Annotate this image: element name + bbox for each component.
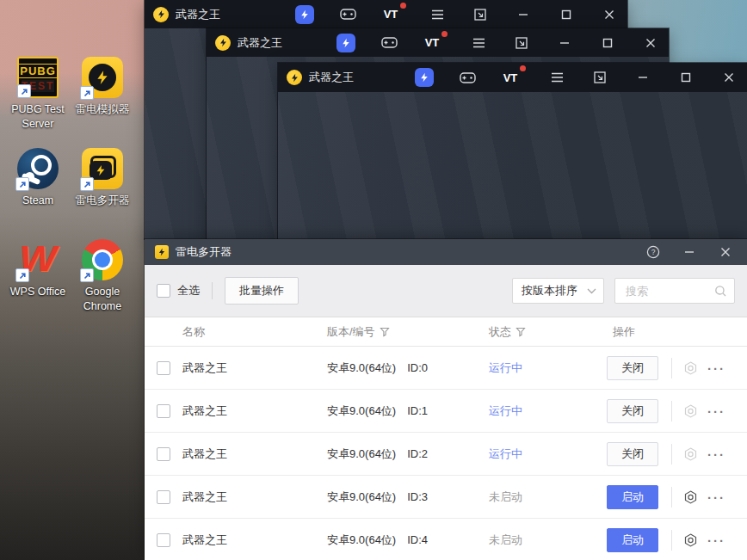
status-badge: 未启动 <box>489 532 522 548</box>
minimize-button[interactable] <box>633 68 652 87</box>
dock-window-icon[interactable] <box>471 5 490 24</box>
row-checkbox[interactable] <box>157 447 170 461</box>
svg-text:?: ? <box>651 248 656 256</box>
desktop-icon-ld-multi[interactable]: 雷电多开器 <box>69 148 136 208</box>
ldplayer-logo-icon <box>215 35 231 51</box>
batch-operations-button[interactable]: 批量操作 <box>225 277 299 305</box>
close-button[interactable] <box>719 68 738 87</box>
instance-name: 武器之王 <box>182 403 227 419</box>
notification-dot <box>441 31 448 37</box>
ldplayer-logo-icon <box>153 7 169 22</box>
shortcut-arrow-icon <box>80 268 94 282</box>
desktop-icon-pubg-test[interactable]: PUBG TEST PUBG Test Server <box>4 57 71 132</box>
header-actions: 操作 <box>613 324 635 340</box>
start-instance-button[interactable]: 启动 <box>607 485 658 509</box>
more-options-button[interactable]: ··· <box>707 360 725 375</box>
header-version[interactable]: 版本/编号 <box>327 324 390 340</box>
dock-window-icon[interactable] <box>512 34 531 52</box>
settings-gear-icon[interactable] <box>683 446 698 461</box>
icon-label: WPS Office <box>4 285 71 299</box>
instance-table: 名称 版本/编号 状态 操作 武器之王 安卓9.0(64位)ID:0 运行中 关… <box>145 317 747 560</box>
close-button[interactable] <box>714 241 737 263</box>
search-input[interactable] <box>624 284 714 298</box>
desktop-icon-ldplayer[interactable]: 雷电模拟器 <box>69 57 136 117</box>
titlebar[interactable]: 武器之王 VT <box>145 0 627 28</box>
table-header: 名称 版本/编号 状态 操作 <box>145 317 747 347</box>
select-all-checkbox[interactable] <box>157 284 170 298</box>
header-status[interactable]: 状态 <box>489 324 526 340</box>
settings-gear-icon[interactable] <box>683 360 698 375</box>
status-badge: 运行中 <box>489 446 522 462</box>
settings-gear-icon[interactable] <box>683 489 698 504</box>
instance-version: 安卓9.0(64位)ID:4 <box>327 532 428 548</box>
boost-icon[interactable] <box>415 68 434 87</box>
instance-version: 安卓9.0(64位)ID:1 <box>327 403 428 419</box>
boost-icon[interactable] <box>295 5 314 24</box>
close-instance-button[interactable]: 关闭 <box>607 356 658 380</box>
search-box[interactable] <box>614 278 735 304</box>
settings-gear-icon[interactable] <box>683 532 698 547</box>
boost-icon[interactable] <box>336 34 355 52</box>
multi-instance-manager-window: 雷电多开器 ? 全选 批量操作 按版本排序 名称 版本/编号 <box>145 239 747 560</box>
sort-dropdown[interactable]: 按版本排序 <box>512 278 604 304</box>
more-options-button[interactable]: ··· <box>707 446 725 461</box>
table-row: 武器之王 安卓9.0(64位)ID:0 运行中 关闭 ··· <box>145 347 747 390</box>
chrome-icon <box>82 239 123 280</box>
titlebar[interactable]: 武器之王 VT <box>278 63 747 92</box>
more-options-button[interactable]: ··· <box>707 489 725 504</box>
maximize-button[interactable] <box>598 34 617 52</box>
menu-icon[interactable] <box>469 34 488 52</box>
window-title: 武器之王 <box>309 70 354 85</box>
ldplayer-icon <box>82 57 123 98</box>
row-checkbox[interactable] <box>157 404 170 418</box>
help-icon[interactable]: ? <box>642 241 664 263</box>
close-instance-button[interactable]: 关闭 <box>607 399 658 423</box>
gamepad-icon[interactable] <box>380 34 398 52</box>
vt-button[interactable]: VT <box>423 34 445 52</box>
row-checkbox[interactable] <box>157 490 170 504</box>
row-checkbox[interactable] <box>157 361 170 375</box>
shortcut-arrow-icon <box>15 268 29 282</box>
start-instance-button[interactable]: 启动 <box>607 528 658 552</box>
gamepad-icon[interactable] <box>338 5 357 24</box>
filter-icon[interactable] <box>380 327 390 337</box>
row-checkbox[interactable] <box>157 533 170 547</box>
vt-button[interactable]: VT <box>501 68 523 87</box>
notification-dot <box>400 3 406 9</box>
minimize-button[interactable] <box>555 34 574 52</box>
instance-version: 安卓9.0(64位)ID:3 <box>327 489 428 505</box>
maximize-button[interactable] <box>676 68 695 87</box>
maximize-button[interactable] <box>557 5 576 24</box>
desktop-icon-wps[interactable]: W WPS Office <box>4 239 71 299</box>
menu-icon[interactable] <box>428 5 447 24</box>
shortcut-arrow-icon <box>17 84 31 98</box>
status-badge: 未启动 <box>489 489 522 505</box>
more-options-button[interactable]: ··· <box>707 403 725 418</box>
settings-gear-icon[interactable] <box>683 403 698 418</box>
instance-name: 武器之王 <box>182 489 227 505</box>
filter-icon[interactable] <box>515 327 526 337</box>
vt-button[interactable]: VT <box>381 5 404 24</box>
close-instance-button[interactable]: 关闭 <box>607 442 658 466</box>
gamepad-icon[interactable] <box>458 68 477 87</box>
minimize-button[interactable] <box>514 5 533 24</box>
menu-icon[interactable] <box>547 68 566 87</box>
desktop-icon-steam[interactable]: Steam <box>4 148 71 208</box>
desktop-icon-chrome[interactable]: Google Chrome <box>69 239 136 314</box>
dock-window-icon[interactable] <box>590 68 609 87</box>
divider <box>671 487 672 508</box>
status-badge: 运行中 <box>489 360 522 376</box>
manager-toolbar: 全选 批量操作 按版本排序 <box>145 265 747 317</box>
divider <box>671 444 672 465</box>
close-button[interactable] <box>641 34 660 52</box>
emulator-screen <box>278 92 747 239</box>
search-icon <box>714 285 727 298</box>
manager-titlebar[interactable]: 雷电多开器 ? <box>145 239 747 265</box>
minimize-button[interactable] <box>678 241 701 263</box>
close-button[interactable] <box>600 5 619 24</box>
icon-label: 雷电模拟器 <box>69 102 136 117</box>
icon-label: Google Chrome <box>69 285 136 314</box>
icon-label: Steam <box>4 194 71 208</box>
titlebar[interactable]: 武器之王 VT <box>207 28 669 57</box>
more-options-button[interactable]: ··· <box>707 532 725 547</box>
